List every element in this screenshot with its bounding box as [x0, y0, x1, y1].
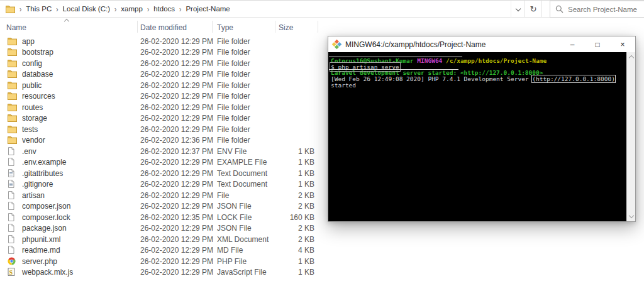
file-date: 26-02-2020 12:37 PM: [140, 147, 213, 156]
started-text: started: [331, 82, 356, 89]
file-name: resources: [22, 92, 55, 101]
refresh-button[interactable]: ↻: [525, 1, 542, 18]
file-name: tests: [22, 125, 38, 134]
folder-icon: [8, 102, 17, 111]
file-type: JSON File: [217, 202, 252, 211]
file-blank-icon: [8, 212, 17, 221]
table-row[interactable]: server.php26-02-2020 12:29 PMPHP File1 K…: [0, 256, 322, 267]
file-blank-icon: [8, 246, 17, 255]
scroll-up-icon[interactable]: [629, 55, 634, 60]
terminal-output[interactable]: Cotocus16@Sushant-Kumar MINGW64 /c/xampp…: [328, 52, 626, 221]
column-header-name[interactable]: Name: [6, 23, 26, 32]
php-server-url: (http://127.0.0.1:8000): [532, 75, 615, 82]
file-name: storage: [22, 114, 47, 123]
scroll-down-icon[interactable]: [629, 213, 634, 218]
file-blank-icon: [8, 158, 17, 167]
breadcrumb-item[interactable]: Local Disk (C:): [63, 5, 110, 13]
breadcrumb-item[interactable]: htdocs: [153, 5, 175, 13]
file-name: routes: [22, 103, 43, 112]
file-date: 26-02-2020 12:35 PM: [140, 213, 213, 222]
annotation-line: [329, 69, 458, 70]
table-row[interactable]: .gitignore26-02-2020 12:29 PMText Docume…: [0, 179, 322, 190]
file-date: 26-02-2020 12:29 PM: [140, 158, 213, 167]
file-name: readme.md: [22, 246, 60, 255]
file-size: 2 KB: [270, 202, 314, 211]
table-row[interactable]: artisan26-02-2020 12:29 PMFile2 KB: [0, 190, 322, 201]
column-separator[interactable]: [137, 21, 138, 33]
file-type: File folder: [217, 48, 250, 57]
table-row[interactable]: package.json26-02-2020 12:29 PMJSON File…: [0, 223, 322, 234]
file-name: .gitattributes: [22, 169, 63, 178]
file-name: .gitignore: [22, 180, 53, 189]
address-bar[interactable]: ›This PC›Local Disk (C:)›xampp›htdocs›Pr…: [0, 0, 644, 18]
terminal-titlebar[interactable]: MINGW64:/c/xampp/htdocs/Project-Name – □…: [328, 36, 635, 52]
breadcrumb-item[interactable]: This PC: [26, 5, 52, 13]
breadcrumb-item[interactable]: Project-Name: [186, 5, 230, 13]
file-date: 26-02-2020 12:29 PM: [140, 224, 213, 233]
chevron-down-icon: [515, 6, 520, 11]
file-date: 26-02-2020 12:29 PM: [140, 246, 213, 255]
table-row[interactable]: .gitattributes26-02-2020 12:29 PMText Do…: [0, 168, 322, 179]
folder-icon: [8, 80, 17, 89]
file-size: 1 KB: [270, 158, 314, 167]
file-type: File folder: [217, 125, 250, 134]
file-date: 26-02-2020 12:29 PM: [140, 202, 213, 211]
file-type: File folder: [217, 37, 250, 46]
file-date: 26-02-2020 12:29 PM: [140, 169, 213, 178]
table-row[interactable]: composer.lock26-02-2020 12:35 PMLOCK Fil…: [0, 212, 322, 223]
column-header-date[interactable]: Date modified: [140, 23, 187, 32]
table-row[interactable]: database26-02-2020 12:29 PMFile folder: [0, 69, 322, 80]
terminal-title: MINGW64:/c/xampp/htdocs/Project-Name: [345, 40, 486, 49]
folder-icon: [8, 36, 17, 45]
breadcrumb: ›This PC›Local Disk (C:)›xampp›htdocs›Pr…: [0, 5, 230, 13]
search-input[interactable]: Search Project-Name: [550, 1, 644, 18]
table-row[interactable]: vendor26-02-2020 12:36 PMFile folder: [0, 135, 322, 146]
table-row[interactable]: .env.example26-02-2020 12:29 PMEXAMPLE F…: [0, 157, 322, 168]
column-header-size[interactable]: Size: [279, 23, 293, 32]
table-row[interactable]: tests26-02-2020 12:29 PMFile folder: [0, 124, 322, 135]
column-header-type[interactable]: Type: [217, 23, 233, 32]
file-date: 26-02-2020 12:29 PM: [140, 125, 213, 134]
folder-icon: [6, 5, 15, 13]
maximize-button[interactable]: □: [585, 36, 610, 52]
table-row[interactable]: routes26-02-2020 12:29 PMFile folder: [0, 102, 322, 113]
column-separator[interactable]: [212, 21, 213, 33]
file-blank-icon: [8, 234, 17, 243]
file-date: 26-02-2020 12:29 PM: [140, 268, 213, 277]
file-name: composer.json: [22, 202, 70, 211]
file-type: File: [217, 191, 229, 200]
annotation-line: [329, 57, 462, 57]
folder-icon: [8, 58, 17, 67]
table-row[interactable]: Swebpack.mix.js26-02-2020 12:29 PMJavaSc…: [0, 267, 322, 278]
address-dropdown-button[interactable]: [511, 1, 525, 18]
terminal-scrollbar[interactable]: [626, 52, 635, 221]
file-name: public: [22, 81, 42, 90]
table-row[interactable]: resources26-02-2020 12:29 PMFile folder: [0, 91, 322, 102]
terminal-window[interactable]: MINGW64:/c/xampp/htdocs/Project-Name – □…: [328, 36, 636, 222]
breadcrumb-item[interactable]: xampp: [121, 5, 143, 13]
file-type: File folder: [217, 92, 250, 101]
file-type: ENV File: [217, 147, 247, 156]
file-name: webpack.mix.js: [22, 268, 73, 277]
table-row[interactable]: phpunit.xml26-02-2020 12:29 PMXML Docume…: [0, 234, 322, 245]
table-row[interactable]: .env26-02-2020 12:37 PMENV File1 KB: [0, 146, 322, 157]
close-button[interactable]: ×: [610, 36, 635, 52]
column-separator[interactable]: [275, 21, 275, 33]
table-row[interactable]: public26-02-2020 12:29 PMFile folder: [0, 80, 322, 91]
file-blank-icon: [8, 190, 17, 199]
table-row[interactable]: config26-02-2020 12:29 PMFile folder: [0, 58, 322, 69]
table-row[interactable]: composer.json26-02-2020 12:29 PMJSON Fil…: [0, 201, 322, 212]
column-separator[interactable]: [318, 21, 318, 33]
minimize-button[interactable]: –: [560, 36, 585, 52]
file-date: 26-02-2020 12:29 PM: [140, 180, 213, 189]
svg-text:S: S: [9, 269, 13, 276]
file-size: 2 KB: [270, 224, 314, 233]
file-type: File folder: [217, 70, 250, 79]
table-row[interactable]: storage26-02-2020 12:29 PMFile folder: [0, 113, 322, 124]
prompt-env: MINGW64: [417, 57, 442, 64]
table-row[interactable]: readme.md26-02-2020 12:29 PMMD File4 KB: [0, 245, 322, 256]
table-row[interactable]: app26-02-2020 12:29 PMFile folder: [0, 36, 322, 47]
table-row[interactable]: bootstrap26-02-2020 12:29 PMFile folder: [0, 47, 322, 58]
search-placeholder: Search Project-Name: [568, 6, 637, 13]
file-size: 1 KB: [270, 257, 314, 266]
